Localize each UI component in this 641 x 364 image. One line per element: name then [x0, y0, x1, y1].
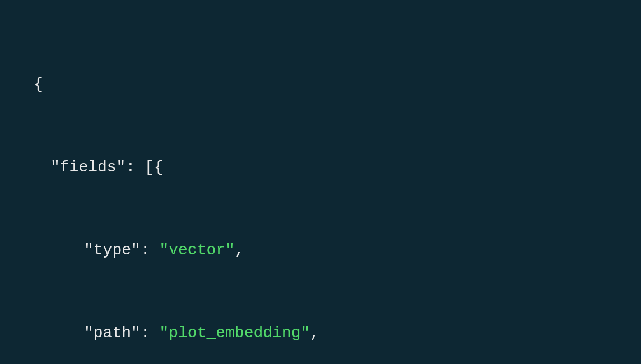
brace-open: { [34, 76, 43, 93]
code-line-fields: "fields": [{ [34, 150, 607, 185]
type-value: "vector" [159, 241, 234, 259]
path-key: "path" [84, 324, 141, 342]
type-key: "type" [84, 241, 141, 259]
comma: , [310, 324, 319, 342]
code-line-type: "type": "vector", [34, 232, 607, 268]
colon: : [141, 324, 160, 342]
code-line-path: "path": "plot_embedding", [34, 315, 607, 351]
fields-key: "fields" [50, 158, 126, 176]
path-value: "plot_embedding" [159, 324, 310, 342]
colon: : [141, 241, 160, 259]
code-line-open-brace: { [34, 67, 607, 102]
code-snippet: { "fields": [{ "type": "vector", "path":… [34, 20, 607, 364]
comma: , [235, 241, 244, 259]
fields-open: : [{ [126, 158, 163, 176]
